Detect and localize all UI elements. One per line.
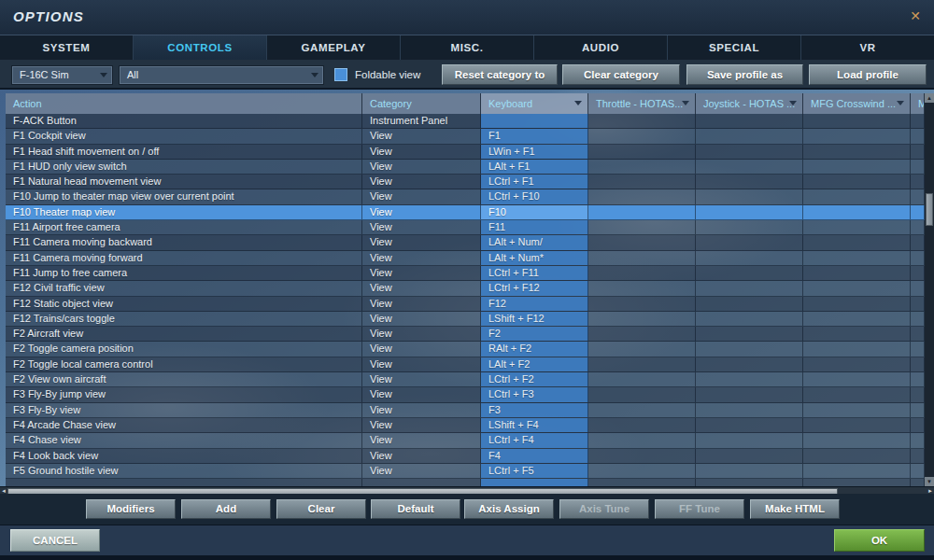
keyboard-cell[interactable]: LCtrl + F10	[481, 189, 588, 203]
table-row[interactable]: F10 Theater map viewViewF10	[6, 205, 925, 220]
action-cell[interactable]: F11 Camera moving forward	[6, 251, 362, 265]
category-filter-dropdown[interactable]: All	[119, 65, 324, 85]
category-cell[interactable]: View	[362, 160, 481, 174]
mfg-crosswind-cell[interactable]	[803, 266, 911, 280]
throttle-cell[interactable]	[588, 327, 696, 341]
table-row[interactable]: F2 Toggle local camera controlViewLAlt +…	[6, 357, 925, 372]
mfg-crosswind-cell[interactable]	[803, 160, 911, 174]
tab-audio[interactable]: AUDIO	[534, 35, 668, 60]
keyboard-cell[interactable]: F2	[481, 327, 588, 341]
table-row[interactable]: F1 Head shift movement on / offViewLWin …	[6, 145, 925, 160]
category-cell[interactable]: View	[362, 281, 481, 295]
keyboard-cell[interactable]: LCtrl + F2	[481, 372, 588, 386]
extra-device-cell[interactable]	[911, 281, 925, 295]
table-row[interactable]: F-ACK ButtonInstrument Panel	[6, 114, 925, 129]
action-cell[interactable]: F4 Look back view	[6, 449, 362, 463]
column-header-category[interactable]: Category	[362, 93, 481, 114]
mfg-crosswind-cell[interactable]	[803, 297, 911, 311]
extra-device-cell[interactable]	[911, 251, 925, 265]
keyboard-cell[interactable]: F11	[481, 220, 588, 234]
table-row[interactable]: F4 Arcade Chase viewViewLShift + F4	[6, 418, 925, 433]
joystick-cell[interactable]	[696, 220, 803, 234]
vertical-scrollbar-thumb[interactable]	[926, 193, 933, 226]
mfg-crosswind-cell[interactable]	[803, 372, 911, 386]
column-header-keyboard[interactable]: Keyboard	[481, 93, 588, 114]
joystick-cell[interactable]	[696, 449, 803, 463]
tab-gameplay[interactable]: GAMEPLAY	[267, 35, 401, 60]
joystick-cell[interactable]	[696, 281, 803, 295]
mfg-crosswind-cell[interactable]	[803, 220, 911, 234]
extra-device-cell[interactable]	[911, 160, 925, 174]
action-cell[interactable]: F11 Camera moving backward	[6, 235, 362, 249]
table-row[interactable]: F1 HUD only view switchViewLAlt + F1	[6, 160, 925, 175]
keyboard-cell[interactable]: LCtrl + F12	[481, 281, 588, 295]
horizontal-scrollbar[interactable]: ◄ ►	[0, 486, 934, 494]
ok-button[interactable]: OK	[834, 529, 925, 552]
joystick-cell[interactable]	[696, 297, 803, 311]
throttle-cell[interactable]	[588, 433, 696, 447]
extra-device-cell[interactable]	[911, 235, 925, 249]
extra-device-cell[interactable]	[911, 220, 925, 234]
action-cell[interactable]: F2 Toggle camera position	[6, 342, 362, 356]
joystick-cell[interactable]	[696, 403, 803, 417]
category-cell[interactable]: View	[362, 189, 481, 203]
keyboard-cell[interactable]: F12	[481, 297, 588, 311]
extra-device-cell[interactable]	[911, 312, 925, 326]
extra-device-cell[interactable]	[911, 145, 925, 159]
category-cell[interactable]: View	[362, 342, 481, 356]
mfg-crosswind-cell[interactable]	[803, 189, 911, 203]
category-cell[interactable]: View	[362, 251, 481, 265]
action-cell[interactable]: F12 Civil traffic view	[6, 281, 362, 295]
column-header-mfg-crosswind[interactable]: MFG Crosswind ...	[803, 93, 911, 114]
mfg-crosswind-cell[interactable]	[803, 327, 911, 341]
extra-device-cell[interactable]	[911, 418, 925, 432]
keyboard-cell[interactable]	[481, 479, 588, 486]
joystick-cell[interactable]	[696, 189, 803, 203]
table-row[interactable]: F10 Jump to theater map view over curren…	[6, 189, 925, 204]
action-cell[interactable]: F11 Airport free camera	[6, 220, 362, 234]
action-cell[interactable]: F1 Cockpit view	[6, 129, 362, 143]
keyboard-cell[interactable]: LAlt + F2	[481, 357, 588, 371]
joystick-cell[interactable]	[696, 251, 803, 265]
throttle-cell[interactable]	[588, 266, 696, 280]
action-cell[interactable]: F1 HUD only view switch	[6, 160, 362, 174]
category-cell[interactable]: View	[362, 235, 481, 249]
keyboard-cell[interactable]: LAlt + F1	[481, 160, 588, 174]
scroll-up-icon[interactable]: ▲	[925, 93, 934, 103]
action-cell[interactable]: F10 Theater map view	[6, 205, 362, 219]
category-cell[interactable]: View	[362, 327, 481, 341]
category-cell[interactable]: View	[362, 372, 481, 386]
throttle-cell[interactable]	[588, 220, 696, 234]
tab-controls[interactable]: CONTROLS	[134, 35, 267, 60]
action-cell[interactable]: F1 Natural head movement view	[6, 175, 362, 189]
throttle-cell[interactable]	[588, 372, 696, 386]
extra-device-cell[interactable]	[911, 266, 925, 280]
throttle-cell[interactable]	[588, 145, 696, 159]
column-header-m[interactable]: M	[911, 93, 925, 114]
keyboard-cell[interactable]: LWin + F1	[481, 145, 588, 159]
throttle-cell[interactable]	[588, 418, 696, 432]
throttle-cell[interactable]	[588, 189, 696, 203]
modifiers-button[interactable]: Modifiers	[86, 499, 176, 519]
mfg-crosswind-cell[interactable]	[803, 114, 911, 128]
joystick-cell[interactable]	[696, 235, 803, 249]
joystick-cell[interactable]	[696, 479, 803, 486]
scroll-down-icon[interactable]: ▼	[925, 477, 934, 486]
category-cell[interactable]: View	[362, 297, 481, 311]
table-row[interactable]: F2 Aircraft viewViewF2	[6, 327, 925, 342]
throttle-cell[interactable]	[588, 464, 696, 478]
table-row[interactable]: F12 Trains/cars toggleViewLShift + F12	[6, 312, 925, 327]
extra-device-cell[interactable]	[911, 297, 925, 311]
extra-device-cell[interactable]	[911, 189, 925, 203]
action-cell[interactable]: F-ACK Button	[6, 114, 362, 128]
mfg-crosswind-cell[interactable]	[803, 418, 911, 432]
table-row[interactable]: F11 Camera moving forwardViewLAlt + Num*	[6, 251, 925, 266]
make-html-button[interactable]: Make HTML	[750, 499, 840, 519]
keyboard-cell[interactable]: LCtrl + F4	[481, 433, 588, 447]
table-row[interactable]: F11 Airport free cameraViewF11	[6, 220, 925, 235]
action-cell[interactable]: F12 Trains/cars toggle	[6, 312, 362, 326]
vertical-scrollbar[interactable]: ▲ ▼	[925, 93, 934, 486]
table-row[interactable]: F2 Toggle camera positionViewRAlt + F2	[6, 342, 925, 357]
table-row[interactable]: F3 Fly-By jump viewViewLCtrl + F3	[6, 387, 925, 402]
joystick-cell[interactable]	[696, 433, 803, 447]
